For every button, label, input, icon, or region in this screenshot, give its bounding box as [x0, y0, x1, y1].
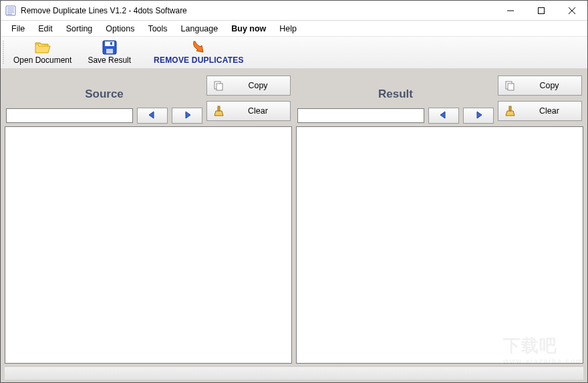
result-next-button[interactable] — [463, 108, 494, 124]
svg-rect-11 — [106, 49, 113, 53]
arrow-left-icon — [147, 111, 158, 121]
arrow-right-icon — [182, 111, 192, 121]
result-header: Result — [296, 73, 583, 125]
result-prev-button[interactable] — [428, 108, 459, 124]
arrow-down-right-icon — [190, 40, 206, 55]
source-clear-button[interactable]: Clear — [206, 101, 291, 121]
titlebar: Remove Duplicate Lines V1.2 - 4dots Soft… — [1, 1, 587, 21]
svg-rect-12 — [110, 42, 112, 45]
statusbar — [5, 366, 583, 380]
app-icon — [5, 5, 16, 16]
source-controls: Copy Clear — [206, 76, 291, 121]
svg-rect-14 — [216, 84, 223, 90]
panels: Source — [5, 73, 583, 364]
source-copy-label: Copy — [231, 81, 285, 90]
source-title-wrap: Source — [6, 76, 202, 124]
result-controls: Copy Clear — [498, 76, 582, 121]
menu-buynow[interactable]: Buy now — [225, 22, 273, 35]
broom-icon — [504, 105, 516, 117]
toolbar-grip[interactable] — [1, 37, 5, 68]
source-title: Source — [85, 88, 124, 101]
close-button[interactable] — [557, 1, 587, 20]
menu-tools[interactable]: Tools — [141, 22, 174, 35]
window-title: Remove Duplicate Lines V1.2 - 4dots Soft… — [21, 6, 495, 15]
source-textarea[interactable] — [5, 127, 291, 363]
save-result-label: Save Result — [88, 55, 131, 65]
svg-rect-17 — [508, 84, 514, 90]
menu-options[interactable]: Options — [99, 22, 141, 35]
toolbar: Open Document Save Result REMOVE DUPLICA… — [1, 37, 587, 69]
svg-rect-6 — [539, 7, 545, 13]
source-search-input[interactable] — [6, 108, 133, 123]
result-text-pane — [296, 126, 583, 364]
result-search-input[interactable] — [297, 108, 424, 123]
result-clear-label: Clear — [523, 106, 576, 116]
arrow-right-icon — [473, 111, 484, 121]
source-pane: Source — [5, 73, 292, 364]
open-document-label: Open Document — [13, 55, 71, 65]
remove-duplicates-button[interactable]: REMOVE DUPLICATES — [146, 37, 252, 68]
source-search-row — [6, 108, 202, 124]
result-search-row — [297, 108, 494, 124]
arrow-left-icon — [438, 111, 449, 121]
window-buttons — [495, 1, 587, 20]
menu-edit[interactable]: Edit — [31, 22, 59, 35]
window: Remove Duplicate Lines V1.2 - 4dots Soft… — [0, 0, 588, 383]
maximize-button[interactable] — [526, 1, 557, 20]
menu-help[interactable]: Help — [273, 22, 303, 35]
result-copy-label: Copy — [523, 81, 576, 90]
minimize-button[interactable] — [495, 1, 526, 20]
result-title-wrap: Result — [297, 76, 494, 124]
svg-rect-15 — [218, 106, 220, 111]
floppy-disk-icon — [102, 40, 118, 55]
result-copy-button[interactable]: Copy — [498, 76, 582, 96]
source-header: Source — [5, 73, 292, 125]
broom-icon — [212, 105, 225, 117]
work-area: Source — [1, 69, 587, 382]
result-clear-button[interactable]: Clear — [498, 101, 582, 121]
menu-file[interactable]: File — [5, 22, 31, 35]
menubar: File Edit Sorting Options Tools Language… — [1, 21, 587, 37]
source-clear-label: Clear — [231, 106, 285, 116]
source-copy-button[interactable]: Copy — [206, 76, 291, 96]
menu-sorting[interactable]: Sorting — [59, 22, 100, 35]
copy-icon — [504, 80, 516, 92]
source-prev-button[interactable] — [137, 108, 168, 124]
result-title: Result — [378, 88, 413, 101]
open-document-button[interactable]: Open Document — [5, 37, 80, 68]
menu-language[interactable]: Language — [174, 22, 225, 35]
copy-icon — [212, 80, 225, 92]
source-text-pane — [5, 126, 292, 364]
remove-duplicates-label: REMOVE DUPLICATES — [154, 55, 244, 65]
svg-rect-18 — [509, 106, 511, 111]
svg-rect-10 — [105, 41, 114, 46]
save-result-button[interactable]: Save Result — [80, 37, 139, 68]
result-pane: Result — [296, 73, 583, 364]
result-textarea[interactable] — [297, 127, 583, 363]
source-next-button[interactable] — [172, 108, 202, 124]
svg-line-7 — [569, 7, 575, 14]
open-folder-icon — [35, 40, 51, 55]
svg-line-8 — [569, 7, 575, 14]
